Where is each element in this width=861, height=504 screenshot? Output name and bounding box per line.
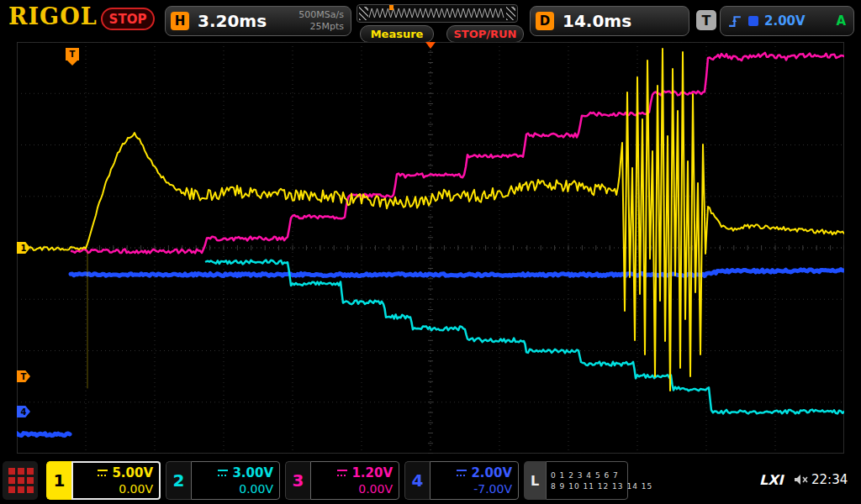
acquisition-status-badge: STOP	[101, 8, 155, 30]
channel1-label: 1	[46, 461, 71, 500]
channel2-scale: 3.00V	[232, 465, 273, 480]
channel4-values: 2.00V -7.00V	[430, 461, 519, 500]
channel2-label: 2	[166, 461, 191, 500]
scope-canvas	[17, 42, 844, 454]
channel3-label: 3	[285, 461, 310, 500]
delay-icon: D	[536, 12, 554, 30]
memory-waveform-icon	[357, 5, 517, 22]
delay-value: 14.0ms	[563, 11, 631, 31]
channel4-offset: -7.00V	[434, 482, 512, 496]
speaker-muted-icon[interactable]	[794, 474, 809, 486]
channel4-status-box[interactable]: 4 2.00V -7.00V	[404, 461, 519, 500]
waveform-display	[17, 42, 844, 454]
digital-row-1: 0 1 2 3 4 5 6 7	[551, 471, 623, 480]
rigol-logo: RIGOL	[8, 3, 98, 29]
measure-button[interactable]: Measure	[360, 25, 434, 43]
trigger-settings-box[interactable]: 2.00V A	[720, 6, 854, 36]
channel2-values: 3.00V 0.00V	[191, 461, 280, 500]
stop-run-button[interactable]: STOP/RUN	[446, 25, 524, 43]
graticule-grid	[17, 42, 844, 454]
trigger-label: T	[696, 10, 716, 30]
trigger-position-label: T	[70, 50, 76, 59]
channel4-label: 4	[404, 461, 430, 500]
channel3-offset: 0.00V	[314, 482, 393, 496]
coupling-icon	[457, 470, 467, 476]
ch4-trace	[71, 270, 844, 276]
channel1-scale: 5.00V	[112, 465, 153, 480]
memory-depth: 25Mpts	[309, 21, 344, 33]
channel1-status-box[interactable]: 1 5.00V 0.00V	[46, 461, 161, 500]
horizontal-settings-box[interactable]: H 3.20ms 500MSa/s 25Mpts	[165, 6, 351, 36]
digital-label: L	[524, 461, 546, 500]
ch1-trace	[17, 49, 844, 391]
coupling-icon	[98, 470, 108, 476]
channel3-values: 1.20V 0.00V	[310, 461, 399, 500]
ch4-trace-low	[17, 433, 70, 436]
channel3-scale: 1.20V	[351, 465, 393, 480]
digital-row-2: 8 9 10 11 12 13 14 15	[551, 482, 623, 491]
channel1-offset: 0.00V	[77, 482, 153, 496]
window-center-marker	[425, 42, 436, 49]
delay-settings-box[interactable]: D 14.0ms	[530, 6, 689, 36]
memory-window-marker	[389, 5, 394, 10]
coupling-icon	[337, 470, 347, 476]
sample-rate: 500MSa/s	[298, 9, 344, 21]
trigger-slope-icon	[728, 14, 742, 29]
clock: 22:34	[811, 472, 848, 487]
channel2-status-box[interactable]: 2 3.00V 0.00V	[166, 461, 280, 500]
trigger-sweep-indicator: A	[836, 13, 846, 29]
acquisition-memory-bar[interactable]	[357, 4, 518, 23]
coupling-icon	[218, 470, 228, 476]
ch3-trace	[71, 53, 844, 254]
menu-grid-icon	[8, 468, 15, 475]
channel3-status-box[interactable]: 3 1.20V 0.00V	[285, 461, 399, 500]
ch2-trace	[206, 260, 844, 414]
horizontal-icon: H	[171, 12, 189, 30]
channel4-scale: 2.00V	[471, 465, 512, 480]
digital-channel-list: 0 1 2 3 4 5 6 7 8 9 10 11 12 13 14 15	[546, 461, 628, 500]
trigger-level-value: 2.00V	[764, 13, 806, 29]
channel1-values: 5.00V 0.00V	[71, 461, 161, 500]
trigger-position-marker[interactable]: T	[66, 48, 79, 60]
timebase-value: 3.20ms	[198, 11, 267, 31]
lxi-logo: LXI	[759, 472, 783, 488]
oscilloscope-screen: RIGOL STOP H 3.20ms 500MSa/s 25Mpts Meas…	[0, 0, 861, 504]
acquisition-info: 500MSa/s 25Mpts	[298, 9, 344, 33]
menu-button[interactable]	[3, 461, 38, 500]
trigger-source-icon	[748, 16, 758, 26]
channel2-offset: 0.00V	[195, 482, 273, 496]
digital-channels-box[interactable]: L 0 1 2 3 4 5 6 7 8 9 10 11 12 13 14 15	[524, 461, 628, 500]
